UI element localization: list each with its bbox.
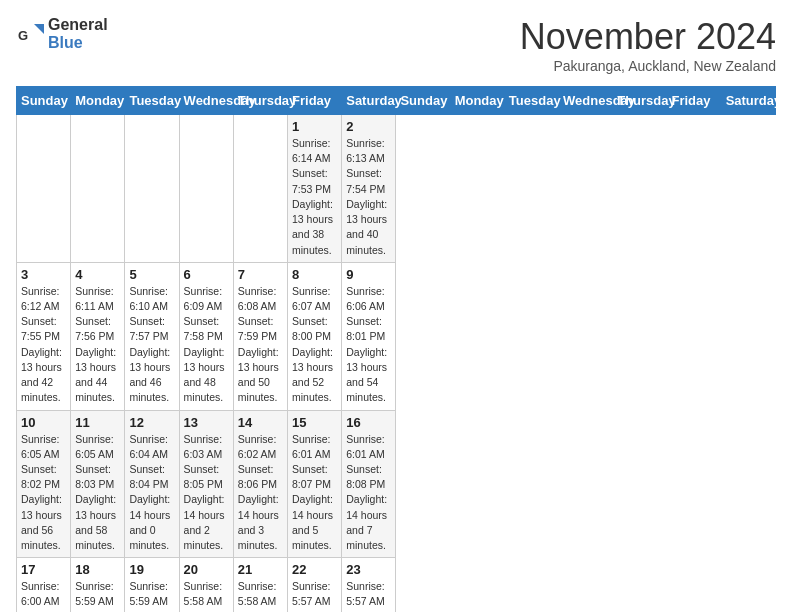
header-thursday: Thursday [233, 87, 287, 115]
calendar-cell: 22Sunrise: 5:57 AM Sunset: 8:15 PM Dayli… [288, 558, 342, 612]
calendar-table: SundayMondayTuesdayWednesdayThursdayFrid… [16, 86, 776, 612]
header: G General Blue November 2024 Pakuranga, … [16, 16, 776, 74]
day-info: Sunrise: 6:13 AM Sunset: 7:54 PM Dayligh… [346, 136, 391, 258]
calendar-cell [17, 115, 71, 263]
calendar-cell: 20Sunrise: 5:58 AM Sunset: 8:13 PM Dayli… [179, 558, 233, 612]
day-number: 19 [129, 562, 174, 577]
day-number: 4 [75, 267, 120, 282]
day-number: 20 [184, 562, 229, 577]
day-number: 21 [238, 562, 283, 577]
day-number: 18 [75, 562, 120, 577]
day-info: Sunrise: 5:59 AM Sunset: 8:11 PM Dayligh… [129, 579, 174, 612]
day-number: 17 [21, 562, 66, 577]
col-header-sunday: Sunday [396, 87, 450, 115]
svg-marker-1 [34, 24, 44, 34]
calendar-cell: 10Sunrise: 6:05 AM Sunset: 8:02 PM Dayli… [17, 410, 71, 558]
calendar-cell: 11Sunrise: 6:05 AM Sunset: 8:03 PM Dayli… [71, 410, 125, 558]
day-info: Sunrise: 6:00 AM Sunset: 8:09 PM Dayligh… [21, 579, 66, 612]
day-info: Sunrise: 6:05 AM Sunset: 8:03 PM Dayligh… [75, 432, 120, 554]
calendar-cell: 9Sunrise: 6:06 AM Sunset: 8:01 PM Daylig… [342, 262, 396, 410]
col-header-saturday: Saturday [721, 87, 775, 115]
calendar-cell: 3Sunrise: 6:12 AM Sunset: 7:55 PM Daylig… [17, 262, 71, 410]
calendar-cell [125, 115, 179, 263]
day-info: Sunrise: 6:07 AM Sunset: 8:00 PM Dayligh… [292, 284, 337, 406]
calendar-cell: 7Sunrise: 6:08 AM Sunset: 7:59 PM Daylig… [233, 262, 287, 410]
day-number: 1 [292, 119, 337, 134]
day-info: Sunrise: 6:11 AM Sunset: 7:56 PM Dayligh… [75, 284, 120, 406]
calendar-cell: 15Sunrise: 6:01 AM Sunset: 8:07 PM Dayli… [288, 410, 342, 558]
header-saturday: Saturday [342, 87, 396, 115]
month-title: November 2024 [520, 16, 776, 58]
day-number: 15 [292, 415, 337, 430]
calendar-cell: 14Sunrise: 6:02 AM Sunset: 8:06 PM Dayli… [233, 410, 287, 558]
calendar-cell: 19Sunrise: 5:59 AM Sunset: 8:11 PM Dayli… [125, 558, 179, 612]
day-number: 6 [184, 267, 229, 282]
day-info: Sunrise: 6:04 AM Sunset: 8:04 PM Dayligh… [129, 432, 174, 554]
calendar-cell [233, 115, 287, 263]
col-header-monday: Monday [450, 87, 504, 115]
day-info: Sunrise: 6:09 AM Sunset: 7:58 PM Dayligh… [184, 284, 229, 406]
day-info: Sunrise: 5:58 AM Sunset: 8:14 PM Dayligh… [238, 579, 283, 612]
col-header-friday: Friday [667, 87, 721, 115]
calendar-cell: 4Sunrise: 6:11 AM Sunset: 7:56 PM Daylig… [71, 262, 125, 410]
day-number: 14 [238, 415, 283, 430]
location-title: Pakuranga, Auckland, New Zealand [520, 58, 776, 74]
week-row-0: 1Sunrise: 6:14 AM Sunset: 7:53 PM Daylig… [17, 115, 776, 263]
day-info: Sunrise: 6:05 AM Sunset: 8:02 PM Dayligh… [21, 432, 66, 554]
calendar-cell [179, 115, 233, 263]
header-friday: Friday [288, 87, 342, 115]
day-number: 23 [346, 562, 391, 577]
day-number: 2 [346, 119, 391, 134]
calendar-cell: 17Sunrise: 6:00 AM Sunset: 8:09 PM Dayli… [17, 558, 71, 612]
calendar-cell [71, 115, 125, 263]
calendar-cell: 13Sunrise: 6:03 AM Sunset: 8:05 PM Dayli… [179, 410, 233, 558]
day-info: Sunrise: 5:58 AM Sunset: 8:13 PM Dayligh… [184, 579, 229, 612]
day-number: 7 [238, 267, 283, 282]
week-row-1: 3Sunrise: 6:12 AM Sunset: 7:55 PM Daylig… [17, 262, 776, 410]
svg-text:G: G [18, 28, 28, 43]
day-number: 22 [292, 562, 337, 577]
calendar-cell: 2Sunrise: 6:13 AM Sunset: 7:54 PM Daylig… [342, 115, 396, 263]
col-header-wednesday: Wednesday [559, 87, 613, 115]
day-info: Sunrise: 6:01 AM Sunset: 8:07 PM Dayligh… [292, 432, 337, 554]
calendar-cell: 5Sunrise: 6:10 AM Sunset: 7:57 PM Daylig… [125, 262, 179, 410]
day-info: Sunrise: 6:02 AM Sunset: 8:06 PM Dayligh… [238, 432, 283, 554]
week-row-3: 17Sunrise: 6:00 AM Sunset: 8:09 PM Dayli… [17, 558, 776, 612]
day-info: Sunrise: 6:08 AM Sunset: 7:59 PM Dayligh… [238, 284, 283, 406]
logo-general: General [48, 16, 108, 34]
day-number: 16 [346, 415, 391, 430]
day-number: 12 [129, 415, 174, 430]
calendar-cell: 18Sunrise: 5:59 AM Sunset: 8:10 PM Dayli… [71, 558, 125, 612]
logo-icon: G [16, 20, 44, 48]
day-number: 13 [184, 415, 229, 430]
day-info: Sunrise: 6:01 AM Sunset: 8:08 PM Dayligh… [346, 432, 391, 554]
day-number: 8 [292, 267, 337, 282]
calendar-cell: 8Sunrise: 6:07 AM Sunset: 8:00 PM Daylig… [288, 262, 342, 410]
calendar-cell: 12Sunrise: 6:04 AM Sunset: 8:04 PM Dayli… [125, 410, 179, 558]
header-wednesday: Wednesday [179, 87, 233, 115]
calendar-cell: 16Sunrise: 6:01 AM Sunset: 8:08 PM Dayli… [342, 410, 396, 558]
header-tuesday: Tuesday [125, 87, 179, 115]
day-number: 10 [21, 415, 66, 430]
calendar-cell: 21Sunrise: 5:58 AM Sunset: 8:14 PM Dayli… [233, 558, 287, 612]
calendar-cell: 23Sunrise: 5:57 AM Sunset: 8:16 PM Dayli… [342, 558, 396, 612]
calendar-cell: 1Sunrise: 6:14 AM Sunset: 7:53 PM Daylig… [288, 115, 342, 263]
day-info: Sunrise: 6:06 AM Sunset: 8:01 PM Dayligh… [346, 284, 391, 406]
calendar-header-row: SundayMondayTuesdayWednesdayThursdayFrid… [17, 87, 776, 115]
day-number: 11 [75, 415, 120, 430]
header-monday: Monday [71, 87, 125, 115]
header-sunday: Sunday [17, 87, 71, 115]
week-row-2: 10Sunrise: 6:05 AM Sunset: 8:02 PM Dayli… [17, 410, 776, 558]
day-number: 5 [129, 267, 174, 282]
day-info: Sunrise: 6:12 AM Sunset: 7:55 PM Dayligh… [21, 284, 66, 406]
day-info: Sunrise: 6:14 AM Sunset: 7:53 PM Dayligh… [292, 136, 337, 258]
col-header-tuesday: Tuesday [504, 87, 558, 115]
day-number: 9 [346, 267, 391, 282]
title-area: November 2024 Pakuranga, Auckland, New Z… [520, 16, 776, 74]
logo: G General Blue [16, 16, 108, 51]
day-number: 3 [21, 267, 66, 282]
day-info: Sunrise: 5:57 AM Sunset: 8:15 PM Dayligh… [292, 579, 337, 612]
calendar-cell: 6Sunrise: 6:09 AM Sunset: 7:58 PM Daylig… [179, 262, 233, 410]
day-info: Sunrise: 5:59 AM Sunset: 8:10 PM Dayligh… [75, 579, 120, 612]
day-info: Sunrise: 6:10 AM Sunset: 7:57 PM Dayligh… [129, 284, 174, 406]
